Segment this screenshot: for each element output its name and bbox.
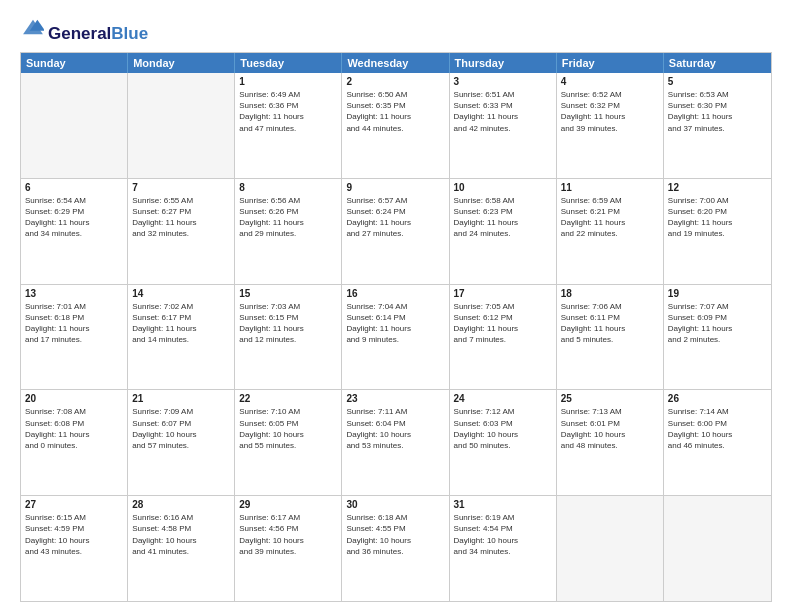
logo-general: General — [48, 24, 111, 43]
calendar-cell: 28Sunrise: 6:16 AM Sunset: 4:58 PM Dayli… — [128, 496, 235, 601]
day-number: 15 — [239, 288, 337, 299]
calendar-cell: 16Sunrise: 7:04 AM Sunset: 6:14 PM Dayli… — [342, 285, 449, 390]
calendar-cell: 2Sunrise: 6:50 AM Sunset: 6:35 PM Daylig… — [342, 73, 449, 178]
day-number: 20 — [25, 393, 123, 404]
day-number: 1 — [239, 76, 337, 87]
cell-info: Sunrise: 6:51 AM Sunset: 6:33 PM Dayligh… — [454, 89, 552, 134]
cell-info: Sunrise: 6:55 AM Sunset: 6:27 PM Dayligh… — [132, 195, 230, 240]
cell-info: Sunrise: 6:59 AM Sunset: 6:21 PM Dayligh… — [561, 195, 659, 240]
day-number: 25 — [561, 393, 659, 404]
day-number: 7 — [132, 182, 230, 193]
cell-info: Sunrise: 7:11 AM Sunset: 6:04 PM Dayligh… — [346, 406, 444, 451]
calendar-cell: 24Sunrise: 7:12 AM Sunset: 6:03 PM Dayli… — [450, 390, 557, 495]
cell-info: Sunrise: 7:09 AM Sunset: 6:07 PM Dayligh… — [132, 406, 230, 451]
cell-info: Sunrise: 6:17 AM Sunset: 4:56 PM Dayligh… — [239, 512, 337, 557]
logo: GeneralBlue — [20, 16, 148, 42]
day-number: 22 — [239, 393, 337, 404]
day-number: 5 — [668, 76, 767, 87]
cell-info: Sunrise: 6:54 AM Sunset: 6:29 PM Dayligh… — [25, 195, 123, 240]
day-number: 23 — [346, 393, 444, 404]
page: GeneralBlue SundayMondayTuesdayWednesday… — [0, 0, 792, 612]
cell-info: Sunrise: 7:00 AM Sunset: 6:20 PM Dayligh… — [668, 195, 767, 240]
calendar-cell: 7Sunrise: 6:55 AM Sunset: 6:27 PM Daylig… — [128, 179, 235, 284]
calendar-cell: 27Sunrise: 6:15 AM Sunset: 4:59 PM Dayli… — [21, 496, 128, 601]
day-number: 26 — [668, 393, 767, 404]
calendar-week-3: 13Sunrise: 7:01 AM Sunset: 6:18 PM Dayli… — [21, 284, 771, 390]
cell-info: Sunrise: 7:07 AM Sunset: 6:09 PM Dayligh… — [668, 301, 767, 346]
cell-info: Sunrise: 7:03 AM Sunset: 6:15 PM Dayligh… — [239, 301, 337, 346]
calendar-cell: 8Sunrise: 6:56 AM Sunset: 6:26 PM Daylig… — [235, 179, 342, 284]
cal-header-thursday: Thursday — [450, 53, 557, 73]
calendar-cell: 22Sunrise: 7:10 AM Sunset: 6:05 PM Dayli… — [235, 390, 342, 495]
day-number: 24 — [454, 393, 552, 404]
calendar-cell: 13Sunrise: 7:01 AM Sunset: 6:18 PM Dayli… — [21, 285, 128, 390]
day-number: 27 — [25, 499, 123, 510]
cell-info: Sunrise: 6:53 AM Sunset: 6:30 PM Dayligh… — [668, 89, 767, 134]
calendar-cell: 4Sunrise: 6:52 AM Sunset: 6:32 PM Daylig… — [557, 73, 664, 178]
cell-info: Sunrise: 6:58 AM Sunset: 6:23 PM Dayligh… — [454, 195, 552, 240]
cell-info: Sunrise: 7:05 AM Sunset: 6:12 PM Dayligh… — [454, 301, 552, 346]
calendar-cell: 31Sunrise: 6:19 AM Sunset: 4:54 PM Dayli… — [450, 496, 557, 601]
calendar-cell: 1Sunrise: 6:49 AM Sunset: 6:36 PM Daylig… — [235, 73, 342, 178]
calendar-cell: 26Sunrise: 7:14 AM Sunset: 6:00 PM Dayli… — [664, 390, 771, 495]
calendar-week-1: 1Sunrise: 6:49 AM Sunset: 6:36 PM Daylig… — [21, 73, 771, 178]
cal-header-friday: Friday — [557, 53, 664, 73]
calendar-cell: 11Sunrise: 6:59 AM Sunset: 6:21 PM Dayli… — [557, 179, 664, 284]
calendar-week-4: 20Sunrise: 7:08 AM Sunset: 6:08 PM Dayli… — [21, 389, 771, 495]
day-number: 10 — [454, 182, 552, 193]
calendar-cell: 19Sunrise: 7:07 AM Sunset: 6:09 PM Dayli… — [664, 285, 771, 390]
calendar-cell — [21, 73, 128, 178]
cell-info: Sunrise: 6:15 AM Sunset: 4:59 PM Dayligh… — [25, 512, 123, 557]
cal-header-tuesday: Tuesday — [235, 53, 342, 73]
cell-info: Sunrise: 7:02 AM Sunset: 6:17 PM Dayligh… — [132, 301, 230, 346]
calendar-cell: 12Sunrise: 7:00 AM Sunset: 6:20 PM Dayli… — [664, 179, 771, 284]
calendar-cell: 17Sunrise: 7:05 AM Sunset: 6:12 PM Dayli… — [450, 285, 557, 390]
day-number: 21 — [132, 393, 230, 404]
cell-info: Sunrise: 7:12 AM Sunset: 6:03 PM Dayligh… — [454, 406, 552, 451]
calendar-cell: 3Sunrise: 6:51 AM Sunset: 6:33 PM Daylig… — [450, 73, 557, 178]
calendar-cell — [664, 496, 771, 601]
calendar-cell: 6Sunrise: 6:54 AM Sunset: 6:29 PM Daylig… — [21, 179, 128, 284]
day-number: 2 — [346, 76, 444, 87]
cal-header-monday: Monday — [128, 53, 235, 73]
calendar-header-row: SundayMondayTuesdayWednesdayThursdayFrid… — [21, 53, 771, 73]
cal-header-sunday: Sunday — [21, 53, 128, 73]
cell-info: Sunrise: 6:16 AM Sunset: 4:58 PM Dayligh… — [132, 512, 230, 557]
cal-header-saturday: Saturday — [664, 53, 771, 73]
calendar-cell: 21Sunrise: 7:09 AM Sunset: 6:07 PM Dayli… — [128, 390, 235, 495]
day-number: 18 — [561, 288, 659, 299]
calendar-week-5: 27Sunrise: 6:15 AM Sunset: 4:59 PM Dayli… — [21, 495, 771, 601]
cell-info: Sunrise: 7:08 AM Sunset: 6:08 PM Dayligh… — [25, 406, 123, 451]
header: GeneralBlue — [20, 16, 772, 42]
day-number: 9 — [346, 182, 444, 193]
cell-info: Sunrise: 7:04 AM Sunset: 6:14 PM Dayligh… — [346, 301, 444, 346]
day-number: 28 — [132, 499, 230, 510]
day-number: 11 — [561, 182, 659, 193]
day-number: 14 — [132, 288, 230, 299]
day-number: 8 — [239, 182, 337, 193]
cell-info: Sunrise: 6:56 AM Sunset: 6:26 PM Dayligh… — [239, 195, 337, 240]
calendar-cell: 20Sunrise: 7:08 AM Sunset: 6:08 PM Dayli… — [21, 390, 128, 495]
day-number: 30 — [346, 499, 444, 510]
calendar-cell: 18Sunrise: 7:06 AM Sunset: 6:11 PM Dayli… — [557, 285, 664, 390]
day-number: 19 — [668, 288, 767, 299]
day-number: 29 — [239, 499, 337, 510]
calendar-cell: 15Sunrise: 7:03 AM Sunset: 6:15 PM Dayli… — [235, 285, 342, 390]
cell-info: Sunrise: 7:01 AM Sunset: 6:18 PM Dayligh… — [25, 301, 123, 346]
logo-blue: Blue — [111, 24, 148, 43]
cell-info: Sunrise: 6:19 AM Sunset: 4:54 PM Dayligh… — [454, 512, 552, 557]
calendar-cell: 10Sunrise: 6:58 AM Sunset: 6:23 PM Dayli… — [450, 179, 557, 284]
day-number: 31 — [454, 499, 552, 510]
calendar-cell — [128, 73, 235, 178]
cell-info: Sunrise: 7:14 AM Sunset: 6:00 PM Dayligh… — [668, 406, 767, 451]
day-number: 6 — [25, 182, 123, 193]
calendar-cell: 5Sunrise: 6:53 AM Sunset: 6:30 PM Daylig… — [664, 73, 771, 178]
day-number: 13 — [25, 288, 123, 299]
day-number: 3 — [454, 76, 552, 87]
calendar-cell — [557, 496, 664, 601]
day-number: 17 — [454, 288, 552, 299]
cell-info: Sunrise: 7:13 AM Sunset: 6:01 PM Dayligh… — [561, 406, 659, 451]
logo-icon — [22, 16, 44, 38]
cell-info: Sunrise: 6:18 AM Sunset: 4:55 PM Dayligh… — [346, 512, 444, 557]
calendar-cell: 14Sunrise: 7:02 AM Sunset: 6:17 PM Dayli… — [128, 285, 235, 390]
